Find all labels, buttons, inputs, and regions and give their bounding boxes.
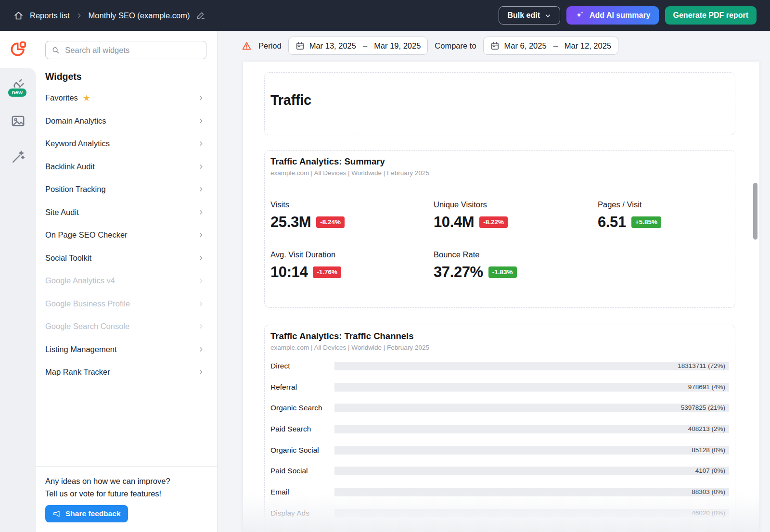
period-label: Period: [258, 41, 282, 51]
traffic-channels-widget[interactable]: Traffic Analytics: Traffic Channels exam…: [264, 325, 735, 532]
reports-list-link[interactable]: Reports list: [30, 11, 70, 20]
channel-bar-track: 85128 (0%): [334, 446, 729, 455]
report-canvas: Traffic Traffic Analytics: Summary examp…: [243, 62, 759, 532]
sidebar-widget-item[interactable]: Listing Management: [36, 338, 217, 361]
chevron-right-icon: [197, 323, 205, 330]
channel-bar-row: Display Ads 46020 (0%): [270, 509, 729, 518]
sidebar-widget-item[interactable]: Google Business Profile: [36, 292, 217, 316]
sidebar-item-label: Site Audit: [45, 208, 79, 217]
share-feedback-button[interactable]: Share feedback: [45, 505, 128, 522]
metric-block: Bounce Rate 37.27% -1.83%: [434, 250, 598, 281]
title-widget[interactable]: Traffic: [264, 72, 735, 135]
metric-label: Pages / Visit: [598, 200, 729, 209]
channel-bar-row: Organic Search 5397825 (21%): [270, 404, 729, 412]
channel-bar-track: 4107 (0%): [334, 467, 729, 475]
edit-pencil-icon[interactable]: [196, 11, 205, 20]
sidebar-item-label: Social Toolkit: [45, 253, 91, 263]
warning-icon: [242, 41, 252, 51]
sidebar-item-label: Google Business Profile: [45, 299, 130, 308]
report-section-title: Traffic: [270, 92, 729, 108]
compare-from: Mar 6, 2025: [504, 41, 547, 51]
channel-label: Email: [270, 488, 334, 496]
metric-value: 25.3M: [270, 214, 311, 231]
sidebar-widget-item[interactable]: Favorites★: [36, 87, 217, 110]
chevron-right-icon: [197, 186, 205, 193]
images-icon[interactable]: [10, 113, 26, 129]
channel-bar-row: Organic Social 85128 (0%): [270, 446, 729, 455]
main-content: Period Mar 13, 2025 – Mar 19, 2025 Compa…: [218, 31, 770, 532]
channel-bar-row: Paid Social 4107 (0%): [270, 467, 729, 475]
widget-list: Favorites★ Domain Analytics Keyword Anal…: [36, 87, 217, 384]
sidebar-footer: Any ideas on how we can improve? Tell us…: [36, 466, 217, 532]
channel-bar-row: Direct 18313711 (72%): [270, 362, 729, 370]
channel-value-label: 88303 (0%): [692, 488, 725, 496]
sidebar-item-label: Favorites: [45, 93, 78, 102]
feedback-text-line2: Tell us or vote for future features!: [45, 487, 208, 500]
widget-search[interactable]: [45, 41, 206, 59]
period-bar: Period Mar 13, 2025 – Mar 19, 2025 Compa…: [242, 37, 618, 55]
megaphone-icon: [52, 509, 61, 518]
bulk-edit-button[interactable]: Bulk edit: [499, 6, 560, 25]
search-icon: [51, 46, 60, 55]
channel-label: Organic Social: [270, 446, 334, 455]
vertical-scrollbar-thumb[interactable]: [753, 183, 757, 240]
generate-pdf-button[interactable]: Generate PDF report: [665, 6, 757, 25]
metric-value: 10:14: [270, 264, 308, 281]
sidebar-item-label: Backlink Audit: [45, 162, 95, 171]
sidebar-widget-item[interactable]: Google Search Console: [36, 315, 217, 338]
breadcrumb-chevron-icon: [76, 13, 82, 19]
channel-bar-track: 408213 (2%): [334, 425, 729, 433]
metric-value: 10.4M: [434, 214, 474, 231]
compare-date-range[interactable]: Mar 6, 2025 – Mar 12, 2025: [483, 37, 618, 55]
metric-label: Bounce Rate: [434, 250, 598, 259]
metric-label: Visits: [270, 200, 434, 209]
channel-value-label: 5397825 (21%): [681, 404, 725, 412]
sidebar-item-label: Position Tracking: [45, 185, 106, 194]
metric-block: Visits 25.3M -8.24%: [270, 200, 434, 231]
channel-bar-track: 5397825 (21%): [334, 404, 729, 412]
sidebar-widget-item[interactable]: Position Tracking: [36, 178, 217, 201]
search-input[interactable]: [64, 45, 200, 55]
sidebar-widget-item[interactable]: Backlink Audit: [36, 155, 217, 178]
sidebar-widget-item[interactable]: Google Analytics v4: [36, 269, 217, 292]
rail-panel: new: [0, 68, 36, 532]
add-ai-summary-button[interactable]: Add AI summary: [566, 6, 659, 25]
metric-delta-badge: -8.24%: [316, 216, 345, 228]
home-icon[interactable]: [13, 11, 24, 21]
sidebar-widget-item[interactable]: On Page SEO Checker: [36, 224, 217, 247]
channel-value-label: 408213 (2%): [688, 425, 725, 433]
magic-wand-icon[interactable]: [10, 149, 26, 165]
traffic-summary-widget[interactable]: Traffic Analytics: Summary example.com |…: [264, 150, 735, 308]
metric-block: Avg. Visit Duration 10:14 -1.76%: [270, 250, 434, 281]
widgets-sidebar: Widgets Favorites★ Domain Analytics Keyw…: [36, 31, 218, 532]
chevron-right-icon: [197, 368, 205, 376]
widget-subtitle: example.com | All Devices | Worldwide | …: [270, 169, 729, 177]
range-separator: –: [361, 41, 369, 51]
metric-delta-badge: +5.85%: [631, 216, 661, 228]
new-badge: new: [7, 88, 27, 98]
sidebar-widget-item[interactable]: Keyword Analytics: [36, 132, 217, 155]
channel-bar-row: Email 88303 (0%): [270, 488, 729, 496]
sidebar-item-label: Domain Analytics: [45, 116, 106, 126]
channel-bar-track: 978691 (4%): [334, 383, 729, 392]
channel-value-label: 46020 (0%): [692, 509, 725, 518]
channel-label: Organic Search: [270, 404, 334, 412]
calendar-icon: [295, 41, 305, 51]
top-navbar: Reports list Monthly SEO (example.com) B…: [0, 0, 770, 31]
chevron-right-icon: [197, 231, 205, 239]
metric-delta-badge: -1.83%: [488, 266, 517, 278]
sidebar-widget-item[interactable]: Social Toolkit: [36, 247, 217, 270]
sidebar-widget-item[interactable]: Map Rank Tracker: [36, 361, 217, 384]
my-reports-pie-icon[interactable]: [0, 40, 36, 58]
chevron-down-icon: [544, 12, 552, 19]
sidebar-item-label: On Page SEO Checker: [45, 230, 128, 240]
chevron-right-icon: [197, 163, 205, 170]
channel-value-label: 85128 (0%): [692, 446, 725, 455]
sidebar-widget-item[interactable]: Site Audit: [36, 201, 217, 224]
range-separator: –: [552, 41, 560, 51]
sidebar-item-label: Keyword Analytics: [45, 139, 110, 148]
sidebar-widget-item[interactable]: Domain Analytics: [36, 110, 217, 133]
period-date-range[interactable]: Mar 13, 2025 – Mar 19, 2025: [288, 37, 428, 55]
chevron-right-icon: [197, 300, 205, 307]
integrations-plug-icon[interactable]: new: [10, 76, 26, 93]
